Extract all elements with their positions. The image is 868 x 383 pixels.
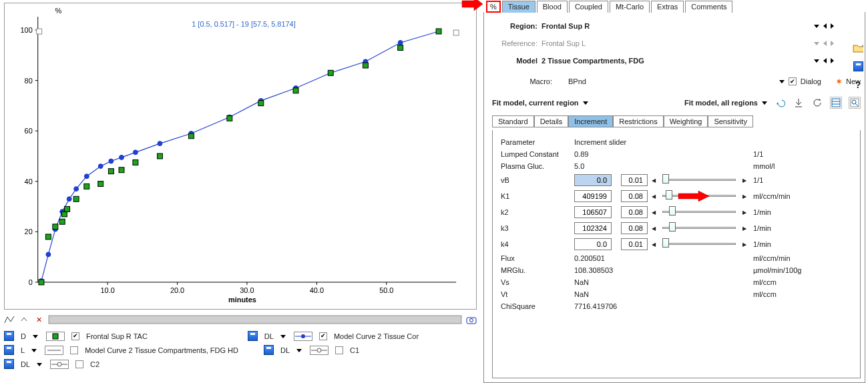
param-value-input[interactable]	[574, 222, 612, 234]
tab-extras[interactable]: Extras	[651, 1, 684, 13]
horizontal-scrollbar[interactable]	[48, 315, 462, 324]
fit-current-button[interactable]: Fit model, current region	[492, 99, 588, 107]
increment-slider[interactable]	[662, 223, 736, 234]
dialog-checkbox[interactable]	[789, 77, 797, 85]
increment-icon[interactable]: ▶	[742, 226, 753, 232]
refresh-icon[interactable]	[811, 97, 823, 109]
prev-icon[interactable]	[823, 23, 827, 29]
svg-rect-44	[39, 280, 44, 285]
legend-checkbox[interactable]	[319, 332, 327, 340]
tab-mtcarlo[interactable]: Mt-Carlo	[610, 1, 650, 13]
increment-slider[interactable]	[662, 207, 736, 218]
dropdown-icon[interactable]	[296, 347, 303, 354]
svg-rect-52	[98, 181, 103, 187]
param-step-input[interactable]	[621, 174, 648, 186]
tab-comments[interactable]: Comments	[685, 1, 732, 13]
param-step-input[interactable]	[621, 222, 648, 234]
increment-slider[interactable]	[662, 175, 736, 185]
save-icon[interactable]	[4, 359, 14, 369]
new-star-icon[interactable]: ✶	[836, 77, 842, 86]
increment-slider[interactable]	[662, 191, 736, 202]
save-icon[interactable]	[264, 345, 274, 355]
increment-icon[interactable]: ▶	[742, 210, 753, 216]
svg-point-42	[398, 40, 403, 45]
prev-icon[interactable]	[823, 58, 827, 63]
svg-point-69	[301, 334, 305, 338]
next-icon[interactable]	[831, 23, 834, 29]
dropdown-icon[interactable]	[31, 347, 38, 354]
subtab-increment[interactable]: Increment	[568, 115, 613, 127]
inspect-icon[interactable]	[849, 97, 861, 109]
tab-blood[interactable]: Blood	[537, 1, 568, 13]
param-name: vB	[501, 176, 574, 184]
increment-icon[interactable]: ▶	[742, 242, 753, 248]
decrement-icon[interactable]: ◀	[652, 226, 662, 232]
help-icon[interactable]: ?	[852, 79, 864, 91]
legend-sample-line-open[interactable]	[50, 360, 69, 369]
legend-sample-line[interactable]	[45, 346, 63, 355]
result-unit: ml/ccm	[753, 290, 827, 298]
save-icon[interactable]	[248, 331, 258, 341]
legend-checkbox[interactable]	[75, 360, 83, 368]
subtab-weighting[interactable]: Weighting	[664, 115, 708, 127]
save-icon[interactable]	[4, 345, 14, 355]
tab-coupled[interactable]: Coupled	[569, 1, 608, 13]
decrement-icon[interactable]: ◀	[652, 242, 662, 248]
camera-icon[interactable]	[466, 314, 477, 325]
fit-all-button[interactable]: Fit model, all regions	[684, 99, 767, 107]
save-db-icon[interactable]	[852, 60, 864, 72]
legend-sample-green-sq[interactable]	[46, 332, 65, 341]
dropdown-icon[interactable]	[280, 333, 287, 340]
line-style-icon[interactable]	[4, 314, 15, 325]
increment-icon[interactable]: ▶	[742, 194, 753, 200]
svg-rect-45	[45, 234, 51, 240]
legend-checkbox[interactable]	[70, 346, 78, 354]
subtab-standard[interactable]: Standard	[492, 115, 534, 127]
subtab-restrictions[interactable]: Restrictions	[613, 115, 663, 127]
param-value-input[interactable]	[574, 206, 612, 218]
dropdown-icon[interactable]	[779, 80, 785, 83]
dropdown-icon[interactable]	[33, 333, 39, 340]
decrement-icon[interactable]: ◀	[652, 194, 662, 200]
param-step-input[interactable]	[621, 238, 648, 250]
tab-percent[interactable]: %	[486, 1, 501, 13]
decrement-icon[interactable]: ◀	[652, 177, 662, 183]
save-icon[interactable]	[4, 331, 14, 341]
dropdown-icon[interactable]	[814, 25, 819, 28]
dropdown-icon[interactable]	[814, 59, 819, 63]
subtab-details[interactable]: Details	[534, 115, 569, 127]
legend: D Frontal Sup R TAC DL Model Curve 2 Tis…	[4, 331, 477, 369]
next-icon[interactable]	[831, 58, 834, 63]
legend-checkbox[interactable]	[335, 346, 343, 354]
svg-marker-75	[462, 0, 483, 11]
decrement-icon[interactable]: ◀	[652, 210, 662, 216]
chart-canvas[interactable]: % 1 [0.5, 0.517] - 19 [57.5, 5.8174] 020…	[4, 3, 477, 310]
svg-text:50.0: 50.0	[379, 286, 393, 294]
legend-code: DL	[280, 346, 290, 354]
close-icon[interactable]: ✕	[33, 314, 44, 325]
legend-sample-line-open[interactable]	[310, 346, 329, 355]
param-step-input[interactable]	[621, 190, 648, 202]
param-unit: 1/1	[753, 150, 827, 158]
dropdown-icon[interactable]	[37, 361, 43, 368]
legend-checkbox[interactable]	[71, 332, 79, 340]
svg-rect-59	[258, 101, 264, 106]
param-step-input[interactable]	[621, 206, 648, 218]
subtab-sensitivity[interactable]: Sensitivity	[708, 115, 753, 127]
legend-sample-blue-line[interactable]	[294, 332, 312, 341]
undo-icon[interactable]	[774, 97, 786, 109]
increment-slider[interactable]	[662, 239, 736, 250]
zoom-up-icon[interactable]	[19, 314, 29, 325]
svg-point-74	[57, 362, 61, 366]
legend-label: C1	[350, 346, 359, 354]
table-icon[interactable]	[830, 97, 842, 109]
param-value-input[interactable]	[574, 190, 612, 202]
increment-icon[interactable]: ▶	[742, 177, 753, 183]
tab-tissue[interactable]: Tissue	[502, 1, 535, 13]
param-value-input[interactable]	[574, 238, 612, 250]
open-folder-icon[interactable]	[852, 41, 864, 53]
result-name: ChiSquare	[501, 302, 574, 310]
download-icon[interactable]	[793, 97, 805, 109]
param-value-input[interactable]	[574, 174, 612, 186]
result-value: 0.200501	[574, 254, 753, 262]
